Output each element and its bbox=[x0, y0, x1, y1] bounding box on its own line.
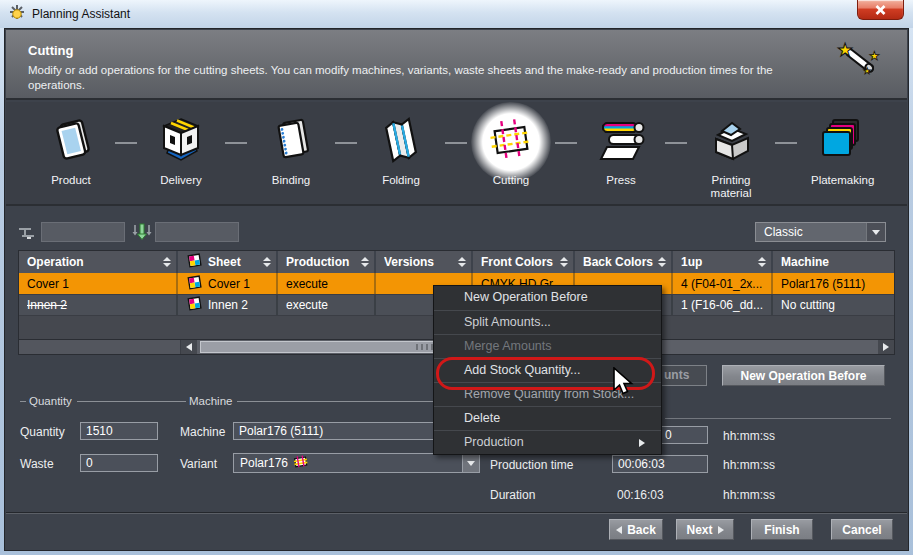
scroll-left-button[interactable] bbox=[181, 340, 197, 354]
back-button[interactable]: Back bbox=[609, 519, 663, 540]
step-label: Delivery bbox=[126, 174, 236, 187]
cell-1up: 4 (F04-01_2x... bbox=[673, 273, 773, 294]
menu-item-delete[interactable]: Delete bbox=[434, 406, 661, 430]
variant-select[interactable]: Polar176 bbox=[233, 453, 480, 473]
production-time-input[interactable] bbox=[612, 455, 708, 473]
wizard-wand-icon: ★ ★ ★ bbox=[829, 36, 887, 90]
menu-item-new-operation-before[interactable]: New Operation Before bbox=[434, 286, 661, 310]
table-header: Operation Sheet Production bbox=[19, 251, 894, 273]
cell-operation: Innen 2 bbox=[19, 295, 178, 315]
column-header-operation[interactable]: Operation bbox=[19, 251, 178, 273]
cutter-variant-icon bbox=[293, 455, 308, 471]
next-arrow-icon bbox=[718, 526, 724, 534]
mouse-cursor bbox=[612, 367, 634, 401]
sort-icon[interactable] bbox=[658, 257, 666, 267]
step-label: Platemaking bbox=[786, 174, 896, 187]
view-mode-value: Classic bbox=[756, 225, 866, 239]
press-icon bbox=[595, 115, 647, 169]
sort-icon[interactable] bbox=[758, 257, 766, 267]
titlebar: Planning Assistant bbox=[0, 0, 913, 28]
scroll-right-button[interactable] bbox=[878, 340, 894, 354]
platemaking-icon bbox=[817, 115, 865, 169]
step-label: Folding bbox=[346, 174, 456, 187]
view-mode-select[interactable]: Classic bbox=[755, 222, 886, 242]
step-label: Product bbox=[16, 174, 126, 187]
times-group-border bbox=[665, 418, 891, 419]
printing-material-icon bbox=[706, 115, 756, 169]
amounts-button-partial[interactable]: unts bbox=[659, 365, 707, 386]
column-header-versions[interactable]: Versions bbox=[376, 251, 473, 273]
new-operation-before-button[interactable]: New Operation Before bbox=[722, 365, 885, 386]
svg-text:★: ★ bbox=[869, 49, 880, 63]
cell-machine: Polar176 (5111) bbox=[773, 273, 894, 294]
footer-separator-light bbox=[6, 513, 907, 514]
cell-sheet: Cover 1 bbox=[178, 273, 278, 294]
step-label: Press bbox=[566, 174, 676, 187]
column-header-front-colors[interactable]: Front Colors bbox=[473, 251, 575, 273]
menu-item-production[interactable]: Production bbox=[434, 430, 661, 454]
sort-icon[interactable] bbox=[560, 257, 568, 267]
variant-value: Polar176 bbox=[240, 456, 288, 470]
time-format-label: hh:mm:ss bbox=[723, 458, 775, 472]
cell-1up: 1 (F16-06_dd... bbox=[673, 295, 773, 315]
back-arrow-icon bbox=[616, 526, 622, 534]
chevron-down-icon[interactable] bbox=[866, 223, 885, 241]
step-printing-material[interactable]: Printing material bbox=[676, 110, 786, 200]
sort-icon[interactable] bbox=[263, 257, 271, 267]
duration-value: 00:16:03 bbox=[617, 488, 664, 502]
step-label: Binding bbox=[236, 174, 346, 187]
finish-button[interactable]: Finish bbox=[751, 519, 813, 540]
cell-operation: Cover 1 bbox=[19, 273, 178, 294]
scroll-right-icon bbox=[883, 343, 889, 351]
page-title: Cutting bbox=[28, 43, 73, 58]
planning-assistant-app-icon bbox=[9, 4, 25, 24]
column-header-1up[interactable]: 1up bbox=[673, 251, 773, 273]
menu-item-merge-amounts: Merge Amounts bbox=[434, 334, 661, 358]
cell-sheet: Innen 2 bbox=[178, 295, 278, 315]
column-header-production[interactable]: Production bbox=[278, 251, 376, 273]
step-binding[interactable]: Binding bbox=[236, 110, 346, 200]
sort-icon-toolbar bbox=[131, 223, 153, 245]
menu-item-split-amounts[interactable]: Split Amounts... bbox=[434, 310, 661, 334]
submenu-arrow-icon bbox=[639, 439, 645, 447]
frozen-column-scroll-track[interactable] bbox=[19, 340, 181, 354]
sort-input[interactable] bbox=[155, 222, 239, 242]
step-press[interactable]: Press bbox=[566, 110, 676, 200]
quantity-group-title: Quantity bbox=[20, 395, 180, 407]
sort-icon[interactable] bbox=[163, 257, 171, 267]
duration-label: Duration bbox=[490, 488, 535, 502]
chevron-down-icon[interactable] bbox=[462, 454, 479, 472]
cell-production: execute bbox=[278, 295, 376, 315]
column-header-machine[interactable]: Machine bbox=[773, 251, 894, 273]
sheet-icon bbox=[186, 275, 202, 293]
step-cutting[interactable]: Cutting bbox=[456, 110, 566, 200]
binding-icon bbox=[269, 115, 313, 169]
page-description: Modify or add operations for the cutting… bbox=[28, 63, 788, 93]
sort-icon[interactable] bbox=[458, 257, 466, 267]
sheet-icon bbox=[186, 296, 202, 314]
svg-text:★: ★ bbox=[863, 66, 871, 76]
filter-input[interactable] bbox=[41, 222, 125, 242]
folding-icon bbox=[379, 115, 423, 169]
next-button[interactable]: Next bbox=[676, 519, 734, 540]
machine-group-title: Machine bbox=[180, 395, 462, 407]
quantity-input[interactable] bbox=[80, 422, 158, 440]
column-header-back-colors[interactable]: Back Colors bbox=[575, 251, 673, 273]
step-folding[interactable]: Folding bbox=[346, 110, 456, 200]
svg-text:★: ★ bbox=[837, 40, 853, 60]
wizard-steps-band: Product Delivery bbox=[6, 102, 907, 206]
step-product[interactable]: Product bbox=[16, 110, 126, 200]
variant-label: Variant bbox=[180, 457, 217, 471]
sort-icon[interactable] bbox=[361, 257, 369, 267]
step-platemaking[interactable]: Platemaking bbox=[786, 110, 896, 200]
waste-input[interactable] bbox=[80, 454, 158, 472]
sheet-icon bbox=[186, 253, 202, 271]
cancel-button[interactable]: Cancel bbox=[831, 519, 893, 540]
machine-input[interactable] bbox=[233, 422, 465, 440]
delivery-icon bbox=[157, 115, 205, 169]
product-icon bbox=[48, 115, 94, 169]
window-title: Planning Assistant bbox=[32, 7, 130, 21]
column-header-sheet[interactable]: Sheet bbox=[178, 251, 278, 273]
step-delivery[interactable]: Delivery bbox=[126, 110, 236, 200]
close-button[interactable] bbox=[857, 0, 904, 20]
